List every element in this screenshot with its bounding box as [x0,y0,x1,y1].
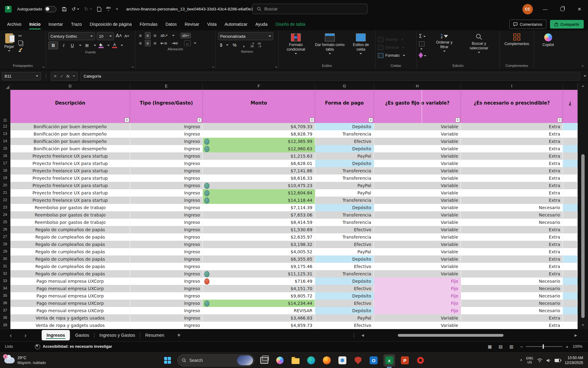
column-header-overflow[interactable] [563,82,578,90]
row-header-20[interactable]: 20 [0,182,10,189]
start-button[interactable] [162,354,173,366]
cell-necesidad[interactable]: Extra [461,160,563,167]
search-box[interactable]: Buscar [252,4,368,14]
merge-center-icon[interactable]: ↔ [184,40,191,46]
italic-button[interactable]: I [61,42,67,49]
sheet-nav-next-icon[interactable]: › [21,332,29,339]
cell-fijo-variable[interactable]: Variable [374,182,461,189]
cell-necesidad[interactable]: Extra [461,322,563,329]
cell-overflow[interactable] [563,226,578,233]
cell-tipo[interactable]: Ingreso [130,263,203,270]
cell-tipo[interactable]: Ingreso [130,241,203,248]
filter-button-es-gasto-fijo-o-variable[interactable]: ▾ [455,118,460,122]
menu-tab-revisar[interactable]: Revisar [181,18,203,30]
cell-necesidad[interactable]: Extra [461,130,563,138]
zoom-slider-handle[interactable] [543,344,544,349]
row-header-21[interactable]: 21 [0,189,10,197]
autosum-icon[interactable]: Σ [419,33,428,39]
cell-fijo-variable[interactable]: Fijo [374,300,461,307]
cell-tipo[interactable]: Ingreso [130,248,203,255]
cell-monto[interactable]: $7,653.06 [203,211,315,219]
cell-descripcion[interactable]: Proyecto freelance UX para startup [10,152,130,160]
language-indicator[interactable]: ENGUS [526,356,533,364]
cell-forma-de-pago[interactable]: PayPal [315,152,374,160]
cell-descripcion[interactable]: Regalo de cumpleaños de papás [10,241,130,248]
cell-tipo[interactable]: Ingreso [130,307,203,314]
cell-monto[interactable]: REVISAR [203,307,315,314]
cell-monto[interactable]: $4,859.73 [203,322,315,329]
cell-overflow[interactable] [563,322,578,329]
cell-tipo[interactable]: Ingreso [130,292,203,300]
menu-tab-trazo[interactable]: Trazo [67,18,86,30]
name-box[interactable]: B11 [2,72,41,80]
cell-descripcion[interactable]: Bonificación por buen desempeño [10,138,130,145]
cell-monto[interactable]: $1,530.69 [203,226,315,233]
sort-filter-button[interactable]: AZ Ordenar y filtrar [430,32,458,63]
cell-descripcion[interactable]: Pago mensual empresa UXCorp [10,278,130,285]
formula-input[interactable]: Categoría [80,72,580,81]
cell-overflow[interactable] [563,219,578,226]
percent-format-icon[interactable]: % [232,41,238,49]
cell-monto[interactable]: $2,635.97 [203,233,315,241]
cell-tipo[interactable]: Ingreso [130,152,203,160]
vertical-scrollbar-thumb[interactable] [581,154,585,318]
cell-monto[interactable]: $6,355.85 [203,255,315,263]
cell-fijo-variable[interactable]: Variable [374,167,461,174]
zoom-in-icon[interactable]: + [566,344,568,349]
cell-monto[interactable]: $10,475.23 [203,182,315,189]
increase-font-icon[interactable]: A˄ [116,32,122,40]
cell-monto[interactable]: $7,141.86 [203,167,315,174]
cell-fijo-variable[interactable]: Variable [374,211,461,219]
cell-fijo-variable[interactable]: Variable [374,270,461,278]
cell-tipo[interactable]: Ingreso [130,167,203,174]
cell-overflow[interactable] [563,189,578,197]
menu-tab-automatizar[interactable]: Automatizar [221,18,251,30]
menu-tab-disposici-n-de-p-gina[interactable]: Disposición de página [86,18,136,30]
cell-tipo[interactable]: Ingreso [130,270,203,278]
cell-descripcion[interactable]: Bonificación por buen desempeño [10,130,130,138]
row-header-33[interactable]: 33 [0,278,10,285]
copilot-taskbar-button[interactable] [274,354,286,366]
filter-button-descripci-n[interactable]: ▾ [125,118,129,122]
cell-tipo[interactable]: Ingreso [130,233,203,241]
cell-monto[interactable]: $716.49 [203,278,315,285]
decrease-font-icon[interactable]: A˅ [124,32,130,40]
cell-descripcion[interactable]: Proyecto freelance UX para startup [10,160,130,167]
horizontal-scrollbar-thumb[interactable] [398,334,503,337]
cell-forma-de-pago[interactable]: Depósito [315,255,374,263]
cell-fijo-variable[interactable]: Fijo [374,307,461,314]
cell-overflow[interactable] [563,174,578,182]
align-left-icon[interactable]: ≡ [138,40,143,46]
font-color-menu-icon[interactable] [121,45,123,46]
cell-styles-button[interactable]: Estilos de celda [349,32,373,63]
cell-forma-de-pago[interactable]: Transferencia [315,270,374,278]
addins-button[interactable]: Complementos [503,32,531,63]
fill-color-icon[interactable] [99,43,104,48]
cell-necesidad[interactable]: Extra [461,138,563,145]
cell-overflow[interactable] [563,182,578,189]
cell-fijo-variable[interactable]: Variable [374,160,461,167]
cell-descripcion[interactable]: Regalo de cumpleaños de papás [10,233,130,241]
sheet-nav-prev-icon[interactable]: ‹ [7,332,15,339]
zoom-slider[interactable] [526,346,563,347]
cell-necesidad[interactable]: Extra [461,226,563,233]
cell-necesidad[interactable]: Necesario [461,307,563,314]
row-header-36[interactable]: 36 [0,300,10,307]
cell-fijo-variable[interactable]: Variable [374,314,461,322]
cell-necesidad[interactable]: Extra [461,145,563,152]
cell-overflow[interactable] [563,314,578,322]
increase-indent-icon[interactable]: ⇥≡ [170,40,179,46]
orientation-menu-icon[interactable] [172,35,175,36]
row-header-30[interactable]: 30 [0,255,10,263]
cell-tipo[interactable]: Ingreso [130,123,203,130]
cell-necesidad[interactable]: Necesario [461,285,563,292]
cell-forma-de-pago[interactable]: Efectivo [315,263,374,270]
align-right-icon[interactable]: ≡ [153,40,158,46]
cell-descripcion[interactable]: Reembolso por gastos de trabajo [10,211,130,219]
confirm-entry-icon[interactable]: ✓ [60,74,63,79]
row-header-22[interactable]: 22 [0,197,10,204]
vertical-scrollbar[interactable]: ▲ ▼ [578,82,588,329]
underline-menu-icon[interactable] [79,45,81,46]
cell-necesidad[interactable]: Necesario [461,211,563,219]
cell-monto[interactable]: $4,151.70 [203,285,315,292]
